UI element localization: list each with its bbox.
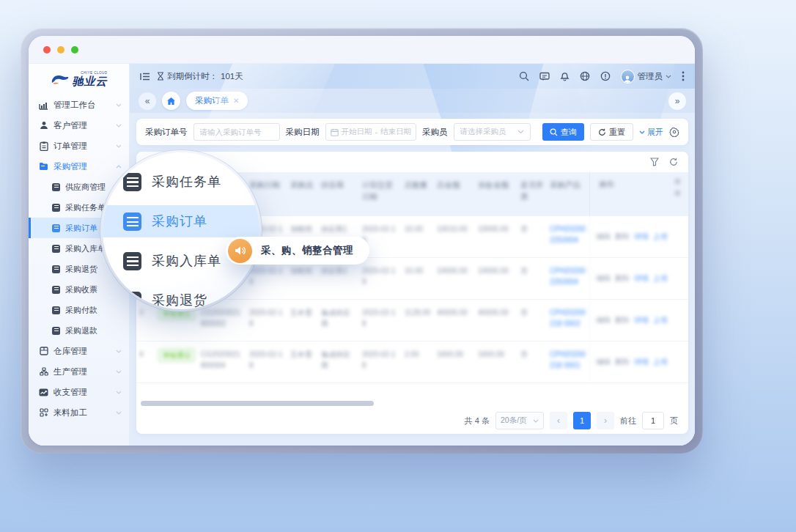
next-page-button[interactable]: ›	[597, 412, 614, 429]
sidebar-item-purchase[interactable]: 采购管理	[29, 156, 129, 177]
home-tab-button[interactable]	[162, 92, 180, 110]
table-row[interactable]: 4审核通过CG20200218000042020-02-18王本委集成供应商20…	[136, 341, 688, 383]
table-cell: 否	[517, 341, 547, 383]
column-settings-icons[interactable]	[674, 178, 681, 196]
magnified-item-label: 采购任务单	[152, 173, 221, 191]
action-link-上传[interactable]: 上传	[653, 315, 668, 325]
minimize-window-button[interactable]	[57, 46, 65, 53]
table-cell: 2020-02-18	[246, 341, 287, 383]
filter-funnel-icon[interactable]	[650, 158, 659, 166]
action-link-编辑[interactable]: 编辑	[596, 273, 611, 284]
goto-label: 前往	[620, 415, 636, 426]
action-link-上传[interactable]: 上传	[653, 232, 668, 242]
table-cell: 10.00	[402, 216, 434, 257]
expand-filters-button[interactable]: 展开	[639, 127, 663, 138]
action-link-详情[interactable]: 详情	[634, 273, 649, 284]
scrollbar-thumb[interactable]	[141, 401, 374, 406]
sidebar-item-customers[interactable]: 客户管理	[29, 115, 129, 136]
refresh-icon[interactable]	[669, 158, 678, 166]
sidebar-subitem-采购付款[interactable]: 采购付款	[29, 300, 129, 320]
tab-close-icon[interactable]: ✕	[233, 97, 239, 105]
home-icon	[166, 97, 176, 106]
sidebar-subitem-label: 采购退款	[65, 325, 97, 336]
buyer-label: 采购员	[422, 127, 448, 138]
table-cell: 10.00	[402, 258, 434, 299]
list-icon	[123, 213, 141, 231]
reset-button[interactable]: 重置	[590, 123, 633, 141]
sidebar-item-warehouse[interactable]: 仓库管理	[29, 341, 129, 361]
table-cell: 集成供应商	[318, 341, 359, 383]
close-window-button[interactable]	[43, 46, 51, 53]
action-link-编辑[interactable]: 编辑	[596, 315, 611, 325]
action-link-详情[interactable]: 详情	[634, 232, 649, 242]
buyer-select[interactable]: 请选择采购员	[454, 123, 531, 141]
user-menu[interactable]: 管理员	[621, 70, 672, 84]
action-link-删除[interactable]: 删除	[615, 273, 630, 284]
table-cell: 2020-02-19	[359, 258, 402, 299]
sidebar-item-materials[interactable]: 来料加工	[29, 402, 129, 423]
magnifier-overlay: 采购任务单采购订单采购入库单采购退货	[103, 152, 259, 309]
table-cell: 审核通过	[155, 341, 198, 383]
feature-tooltip: 采、购、销整合管理	[226, 237, 369, 265]
chevron-down-icon	[533, 419, 539, 423]
maximize-window-button[interactable]	[71, 46, 78, 53]
action-link-详情[interactable]: 详情	[634, 357, 649, 367]
table-cell: 王本委	[287, 341, 318, 383]
action-link-编辑[interactable]: 编辑	[596, 232, 611, 242]
globe-icon[interactable]	[580, 71, 590, 81]
action-link-删除[interactable]: 删除	[615, 315, 630, 325]
list-icon	[52, 306, 60, 314]
end-date-placeholder: 结束日期	[380, 127, 411, 137]
speaker-icon	[228, 239, 252, 263]
date-range-picker[interactable]: 开始日期 - 结束日期	[325, 123, 417, 141]
sidebar-item-orders[interactable]: 订单管理	[29, 136, 129, 156]
action-link-删除[interactable]: 删除	[615, 357, 630, 367]
action-cell: 编辑删除详情上传	[589, 216, 688, 257]
order-no-input[interactable]	[194, 123, 280, 141]
table-cell: CPH202002250004	[547, 258, 589, 299]
gear-icon[interactable]	[669, 127, 679, 137]
chevron-down-icon	[116, 350, 122, 353]
action-link-删除[interactable]: 删除	[615, 232, 630, 242]
tab-bar: « 采购订单 ✕ »	[130, 89, 695, 113]
goto-page-input[interactable]	[642, 412, 664, 429]
sidebar-subitem-采购收票[interactable]: 采购收票	[29, 279, 129, 300]
list-icon	[123, 252, 141, 270]
prev-page-button[interactable]: ‹	[550, 412, 567, 429]
bell-icon[interactable]	[560, 71, 570, 81]
scroll-tabs-left-button[interactable]: «	[139, 92, 156, 110]
table-cell: 1600.00	[434, 341, 475, 383]
hourglass-icon	[157, 72, 164, 81]
table-cell: 2020-02-18	[246, 300, 287, 341]
list-icon	[52, 204, 60, 212]
action-link-编辑[interactable]: 编辑	[596, 357, 611, 367]
table-row[interactable]: 3审核通过CG20200218000032020-02-18王本委集成供应商20…	[136, 300, 688, 341]
sidebar-subitem-label: 采购退货	[65, 264, 97, 275]
message-icon[interactable]	[539, 72, 550, 81]
page-size-select[interactable]: 20条/页	[495, 412, 544, 429]
chevron-down-icon	[116, 103, 122, 107]
column-header: 计划交货日期	[359, 172, 402, 216]
action-link-上传[interactable]: 上传	[653, 273, 668, 284]
sidebar-subitem-label: 采购入库单	[65, 243, 106, 254]
action-link-上传[interactable]: 上传	[653, 357, 668, 367]
sidebar-item-label: 管理工作台	[54, 100, 111, 111]
sidebar-item-finance[interactable]: 收支管理	[29, 382, 129, 402]
table-cell: 10000.00	[475, 258, 517, 299]
current-page-button[interactable]: 1	[573, 412, 591, 429]
action-cell: 编辑删除详情上传	[589, 300, 688, 341]
sidebar-item-label: 生产管理	[54, 366, 111, 377]
info-icon[interactable]	[600, 71, 611, 81]
collapse-sidebar-icon[interactable]	[140, 73, 150, 81]
action-link-详情[interactable]: 详情	[634, 315, 649, 325]
scroll-tabs-right-button[interactable]: »	[668, 92, 686, 110]
search-button[interactable]: 查询	[542, 123, 584, 141]
search-icon[interactable]	[519, 71, 529, 81]
sidebar-item-workbench[interactable]: 管理工作台	[29, 95, 129, 115]
sidebar-item-production[interactable]: 生产管理	[29, 361, 129, 382]
clipboard-icon	[39, 141, 48, 151]
more-icon[interactable]	[682, 71, 685, 81]
sidebar-subitem-采购退款[interactable]: 采购退款	[29, 320, 129, 341]
tab-purchase-order[interactable]: 采购订单 ✕	[186, 92, 248, 110]
list-icon	[52, 224, 60, 232]
